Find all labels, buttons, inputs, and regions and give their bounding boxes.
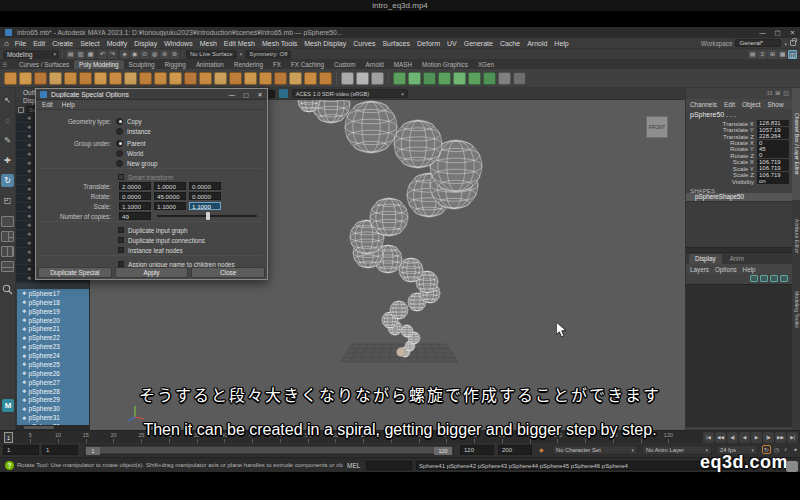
no-live-surface-indicator[interactable]: No Live Surface — [186, 50, 237, 59]
copies-slider[interactable] — [157, 212, 257, 220]
duplicate-special-button[interactable]: Duplicate Special — [38, 267, 112, 278]
shelf-tool-icon[interactable] — [453, 72, 466, 85]
channel-row[interactable]: Visibilityon — [686, 178, 792, 184]
radio-instance[interactable]: Instance — [116, 128, 151, 135]
shelf-tool-icon[interactable] — [423, 72, 436, 85]
color-management-icon[interactable] — [279, 89, 288, 98]
shelf-tool-icon[interactable] — [124, 72, 137, 85]
shelf-menu-icon[interactable]: ☰ — [2, 61, 7, 68]
shelf-tool-icon[interactable] — [259, 72, 272, 85]
shelf-tool-icon[interactable] — [229, 72, 242, 85]
shelf-tool-icon[interactable] — [199, 72, 212, 85]
shelf-tab-rigging[interactable]: Rigging — [160, 60, 191, 69]
shelf-tool-icon[interactable] — [19, 72, 32, 85]
layout-two-pane-button[interactable] — [1, 246, 14, 257]
playback-end-field[interactable]: 120 — [460, 445, 494, 455]
shelf-tool-icon[interactable] — [244, 72, 257, 85]
statusline-icon[interactable]: ▥ — [76, 50, 85, 59]
shelf-tab-animation[interactable]: Animation — [191, 60, 229, 69]
range-slider-track[interactable]: 1 120 — [84, 445, 454, 455]
shelf-tool-icon[interactable] — [169, 72, 182, 85]
channel-value[interactable]: 106.719 — [757, 159, 789, 165]
side-tab-modeling-toolkit[interactable]: Modeling Toolkit — [792, 272, 800, 348]
shelf-tab-custom[interactable]: Custom — [329, 60, 361, 69]
shelf-tool-icon[interactable] — [289, 72, 302, 85]
shelf-tab-mash[interactable]: MASH — [389, 60, 417, 69]
wireframe-sphere[interactable] — [394, 120, 442, 168]
dialog-maximize-button[interactable]: ▢ — [239, 89, 253, 100]
statusline-icon[interactable]: ◍ — [150, 50, 159, 59]
statusline-icon[interactable]: ◉ — [130, 50, 139, 59]
side-tab-channel-box-layer-editor[interactable]: Channel Box / Layer Editor — [792, 88, 800, 200]
menu-display[interactable]: Display — [134, 40, 157, 47]
radio-new-group[interactable]: New group — [116, 160, 157, 167]
magnifier-icon[interactable] — [2, 284, 13, 296]
shelf-tool-icon[interactable] — [393, 72, 406, 85]
symmetry-dropdown[interactable]: Symmetry: Off — [245, 50, 291, 59]
shelf-tool-icon[interactable] — [513, 72, 526, 85]
shelf-tab-xgen[interactable]: XGen — [473, 60, 499, 69]
shelf-tool-icon[interactable] — [304, 72, 317, 85]
dialog-field[interactable]: 1.1000 — [119, 202, 151, 210]
channel-menu-object[interactable]: Object — [742, 101, 760, 108]
shelf-tool-icon[interactable] — [109, 72, 122, 85]
dialog-field[interactable]: 45.0000 — [154, 192, 186, 200]
origin-sphere[interactable] — [397, 348, 406, 357]
shelf-tool-icon[interactable] — [319, 72, 332, 85]
menu-windows[interactable]: Windows — [164, 40, 192, 47]
view-cube[interactable]: FRONT — [646, 116, 668, 138]
shelf-tool-icon[interactable] — [274, 72, 287, 85]
range-end-handle[interactable]: 120 — [434, 447, 452, 455]
layout-split-pane-button[interactable] — [1, 261, 14, 272]
wireframe-sphere[interactable] — [399, 258, 423, 282]
dialog-minimize-button[interactable]: — — [225, 89, 239, 100]
select-tool[interactable]: ↖ — [1, 94, 14, 107]
panel-icon[interactable]: ⊡ — [767, 89, 772, 99]
layer-icon[interactable] — [760, 275, 768, 282]
channel-value[interactable]: on — [757, 178, 789, 184]
layer-tab-anim[interactable]: Anim — [724, 254, 750, 264]
outliner-item[interactable]: ❖pSphere20 — [17, 316, 90, 325]
checkbox-duplicate-input-connections[interactable] — [118, 237, 124, 243]
window-titlebar[interactable]: intro65.mb* - Autodesk MAYA 2023.1: D:¥t… — [0, 27, 800, 38]
menu-file[interactable]: File — [15, 40, 26, 47]
shelf-tab-sculpting[interactable]: Sculpting — [124, 60, 160, 69]
channel-value[interactable]: 1057.19 — [757, 127, 789, 133]
mel-label[interactable]: MEL — [347, 458, 360, 473]
channel-value[interactable]: 45 — [757, 146, 789, 152]
wireframe-sphere[interactable] — [401, 325, 413, 337]
lock-icon[interactable] — [790, 40, 796, 46]
scale-tool[interactable]: ◰ — [1, 194, 14, 207]
shelf-tool-icon[interactable] — [64, 72, 77, 85]
menu-generate[interactable]: Generate — [464, 40, 493, 47]
menu-help[interactable]: Help — [554, 40, 568, 47]
menu-set-dropdown[interactable]: Modeling ▾ — [3, 50, 59, 59]
shelf-tab-rendering[interactable]: Rendering — [229, 60, 268, 69]
statusline-icon[interactable]: ▦ — [86, 50, 95, 59]
outliner-item[interactable]: ❖pSphere22 — [17, 333, 90, 342]
panel-icon[interactable]: ◫ — [783, 89, 789, 99]
playback-start-field[interactable]: 1 — [42, 445, 78, 455]
shelf-tab-fx[interactable]: FX — [268, 60, 286, 69]
shelf-tool-icon[interactable] — [4, 72, 17, 85]
outliner-item[interactable]: ❖pSphere24 — [17, 351, 90, 360]
layer-icon[interactable] — [750, 275, 758, 282]
character-key-icon[interactable]: ◆ — [539, 446, 544, 453]
shelf-tool-icon[interactable] — [438, 72, 451, 85]
channel-menu-edit[interactable]: Edit — [724, 101, 735, 108]
shelf-tool-icon[interactable] — [356, 72, 369, 85]
workspace-dropdown[interactable]: General* — [735, 39, 781, 47]
shelf-tool-icon[interactable] — [498, 72, 511, 85]
shelf-tab-arnold[interactable]: Arnold — [361, 60, 389, 69]
wireframe-sphere[interactable] — [390, 301, 408, 319]
menu-uv[interactable]: UV — [447, 40, 457, 47]
statusline-right-icon[interactable]: ⊞ — [768, 50, 777, 59]
side-tab-attribute-editor[interactable]: Attribute Editor — [792, 203, 800, 269]
radio-copy[interactable]: Copy — [116, 118, 142, 125]
dialog-field[interactable]: 1.1000 — [154, 202, 186, 210]
shape-node-row[interactable]: pSphereShape50 — [686, 193, 792, 201]
shelf-tab-fx-caching[interactable]: FX Caching — [286, 60, 329, 69]
shelf-tool-icon[interactable] — [214, 72, 227, 85]
menu-edit[interactable]: Edit — [33, 40, 45, 47]
shelf-tool-icon[interactable] — [94, 72, 107, 85]
